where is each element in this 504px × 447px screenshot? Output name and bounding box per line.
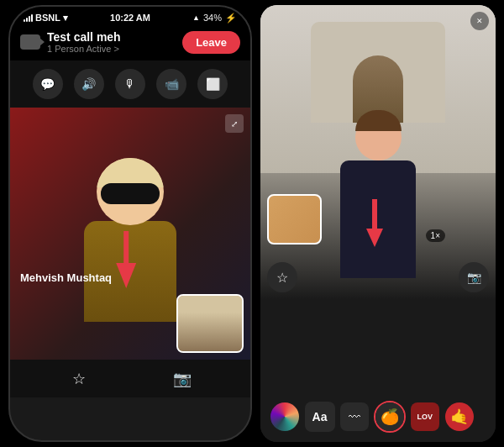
mic-button[interactable]: 🎙 — [115, 69, 145, 99]
music-effect-button[interactable]: 〰 — [339, 401, 370, 433]
right-caller-head — [355, 114, 402, 160]
caller-name: Mehvish Mushtaq — [20, 271, 112, 284]
left-phone: BSNL ▾ 10:22 AM ▲ 34% ⚡ Test call meh 1 … — [8, 5, 252, 442]
camera-button[interactable]: 📹 — [156, 69, 186, 99]
location-icon: ▲ — [192, 13, 200, 22]
controls-bar: 💬 🔊 🎙 📹 ⬜ — [10, 60, 250, 108]
main-video: ⤢ Mehvish Mushtaq — [10, 108, 250, 360]
zoom-badge: 1× — [426, 229, 445, 242]
carrier-info: BSNL ▾ — [24, 13, 68, 24]
star-effect-button[interactable]: ☆ — [66, 366, 92, 392]
color-wheel-button[interactable] — [269, 401, 301, 433]
battery-info: ▲ 34% ⚡ — [192, 13, 237, 24]
self-view-thumbnail[interactable] — [176, 294, 244, 353]
status-bar: BSNL ▾ 10:22 AM ▲ 34% ⚡ — [10, 7, 250, 25]
right-star-icon: ☆ — [276, 270, 288, 286]
facetime-icon — [20, 34, 40, 50]
building-ornament — [311, 22, 445, 123]
right-panel: ✕ 1× ☆ 📷 Aa — [260, 5, 496, 442]
screen-button[interactable]: ⬜ — [197, 69, 228, 99]
expand-button[interactable]: ⤢ — [225, 114, 244, 133]
right-arrow-head — [366, 229, 383, 247]
call-header: Test call meh 1 Person Active > Leave — [10, 25, 250, 60]
time-display: 10:22 AM — [110, 13, 150, 23]
right-arrow-shaft — [372, 199, 377, 229]
battery-label: 34% — [203, 13, 222, 23]
speaker-icon: 🔊 — [81, 77, 96, 91]
arrow-indicator — [116, 231, 136, 288]
right-expand-button[interactable]: ✕ — [470, 12, 489, 30]
chat-button[interactable]: 💬 — [33, 69, 63, 99]
caller-head — [97, 158, 164, 225]
right-video-controls: ☆ — [267, 262, 297, 292]
video-content: ⤢ Mehvish Mushtaq — [10, 108, 250, 360]
right-camera-button[interactable]: 📷 — [459, 262, 489, 292]
self-view-content — [178, 296, 242, 351]
right-camera-area: 📷 — [459, 262, 489, 292]
speaker-button[interactable]: 🔊 — [74, 69, 104, 99]
wifi-icon: ▾ — [63, 13, 68, 24]
right-camera-icon: 📷 — [467, 271, 481, 284]
call-info: Test call meh 1 Person Active > — [20, 30, 121, 54]
love-icon: LOV — [417, 413, 433, 421]
right-self-view[interactable] — [267, 194, 322, 245]
battery-icon: ⚡ — [225, 13, 237, 24]
arrow-head — [116, 263, 136, 288]
bottom-effects-bar: ☆ 📷 — [10, 360, 250, 397]
call-text: Test call meh 1 Person Active > — [47, 30, 121, 54]
leave-button[interactable]: Leave — [182, 31, 240, 54]
arrow-shaft — [123, 231, 129, 265]
love-effect-button[interactable]: LOV — [409, 401, 441, 433]
screen-icon: ⬜ — [206, 77, 220, 91]
food-effect-button[interactable]: 🍊 — [374, 401, 406, 433]
snapshot-icon: 📷 — [173, 370, 192, 388]
call-subtitle: 1 Person Active > — [47, 44, 121, 54]
signal-icon — [24, 13, 33, 22]
mic-icon: 🎙 — [124, 77, 136, 91]
right-arrow-indicator — [366, 199, 383, 247]
carrier-label: BSNL — [35, 13, 60, 23]
caller-sunglasses — [101, 183, 160, 204]
hands-icon: 🤙 — [450, 408, 469, 426]
right-expand-icon: ✕ — [476, 17, 483, 25]
snapshot-button[interactable]: 📷 — [170, 366, 195, 392]
right-star-button[interactable]: ☆ — [267, 262, 297, 292]
music-icon: 〰 — [349, 410, 360, 423]
right-bottom-effects: Aa 〰 🍊 LOV 🤙 — [260, 392, 496, 442]
hands-effect-button[interactable]: 🤙 — [444, 401, 475, 433]
food-icon: 🍊 — [381, 408, 399, 426]
right-main-video: ✕ 1× ☆ 📷 — [260, 5, 496, 299]
chat-icon: 💬 — [40, 77, 55, 91]
text-effect-button[interactable]: Aa — [304, 401, 336, 433]
call-title: Test call meh — [47, 30, 121, 44]
text-effect-icon: Aa — [305, 402, 335, 432]
camera-icon: 📹 — [165, 77, 179, 91]
star-icon: ☆ — [72, 370, 86, 388]
expand-icon: ⤢ — [231, 119, 238, 129]
